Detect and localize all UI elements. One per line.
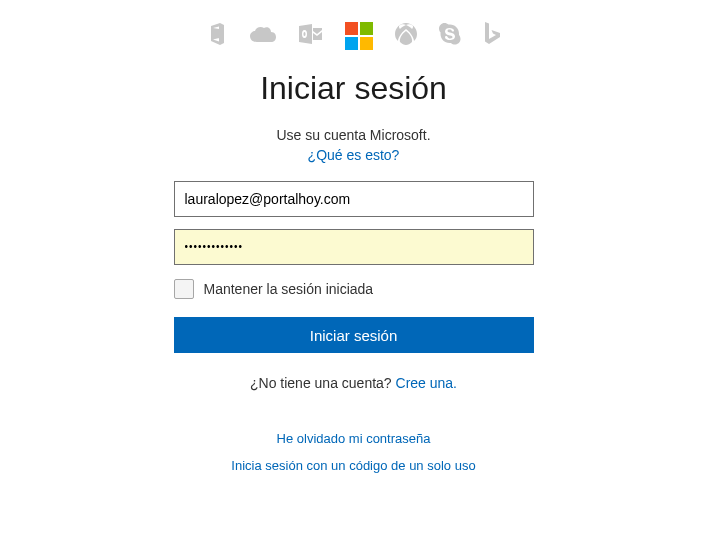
no-account-text: ¿No tiene una cuenta? xyxy=(250,375,396,391)
microsoft-logo-icon[interactable] xyxy=(345,22,373,50)
subtitle-text: Use su cuenta Microsoft. xyxy=(276,127,430,143)
no-account-row: ¿No tiene una cuenta? Cree una. xyxy=(250,375,457,391)
single-use-code-link[interactable]: Inicia sesión con un código de un solo u… xyxy=(231,458,475,473)
create-account-link[interactable]: Cree una. xyxy=(396,375,457,391)
skype-icon[interactable] xyxy=(439,23,461,49)
keep-signed-in-checkbox[interactable] xyxy=(174,279,194,299)
keep-signed-in-row[interactable]: Mantener la sesión iniciada xyxy=(174,279,534,299)
service-icons-row xyxy=(207,22,501,50)
outlook-icon[interactable] xyxy=(299,24,323,48)
email-field[interactable] xyxy=(174,181,534,217)
bing-icon[interactable] xyxy=(483,22,501,50)
keep-signed-in-label: Mantener la sesión iniciada xyxy=(204,281,374,297)
xbox-icon[interactable] xyxy=(395,23,417,49)
footer-links: He olvidado mi contraseña Inicia sesión … xyxy=(231,431,475,473)
page-title: Iniciar sesión xyxy=(260,70,447,107)
password-field[interactable] xyxy=(174,229,534,265)
signin-button[interactable]: Iniciar sesión xyxy=(174,317,534,353)
what-is-this-link[interactable]: ¿Qué es esto? xyxy=(308,147,400,163)
login-form: Mantener la sesión iniciada Iniciar sesi… xyxy=(174,181,534,353)
office-icon[interactable] xyxy=(207,23,227,49)
forgot-password-link[interactable]: He olvidado mi contraseña xyxy=(277,431,431,446)
onedrive-icon[interactable] xyxy=(249,25,277,47)
